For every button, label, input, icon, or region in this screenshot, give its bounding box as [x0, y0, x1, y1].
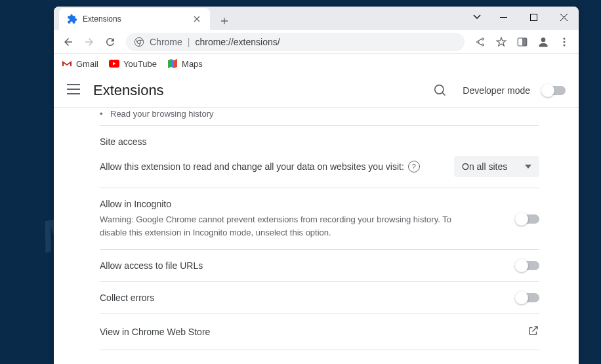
back-button[interactable] [59, 33, 77, 51]
new-tab-button[interactable] [215, 12, 234, 30]
tab-title: Extensions [83, 14, 186, 24]
web-store-section[interactable]: View in Chrome Web Store [100, 313, 539, 350]
forward-button[interactable] [80, 33, 98, 51]
source-label: Source [100, 361, 539, 361]
open-external-icon[interactable] [528, 325, 539, 339]
developer-mode-toggle[interactable] [543, 86, 566, 95]
content-area[interactable]: Read your browsing history Site access A… [54, 108, 579, 361]
bookmark-maps[interactable]: Maps [167, 58, 203, 69]
star-icon[interactable] [492, 33, 510, 51]
address-separator: | [188, 37, 190, 47]
menu-icon[interactable] [555, 33, 573, 51]
developer-mode-label: Developer mode [463, 85, 530, 96]
browser-window: Extensions [54, 7, 579, 364]
address-prefix: Chrome [150, 37, 182, 47]
section-heading: Site access [100, 136, 539, 147]
address-bar[interactable]: Chrome | chrome://extensions/ [126, 33, 465, 51]
tab-search-icon[interactable] [466, 7, 488, 28]
bookmark-youtube[interactable]: YouTube [109, 58, 157, 69]
incognito-title: Allow in Incognito [100, 199, 480, 209]
minimize-button[interactable] [488, 7, 518, 28]
svg-point-6 [541, 37, 546, 42]
close-tab-icon[interactable] [192, 14, 202, 24]
window-controls [466, 7, 579, 28]
bookmark-label: Gmail [76, 59, 98, 69]
extensions-header: Extensions Developer mode [54, 73, 579, 108]
youtube-icon [109, 58, 119, 69]
chevron-down-icon [525, 165, 531, 169]
file-urls-section: Allow access to file URLs [100, 249, 539, 281]
title-bar: Extensions [54, 7, 579, 30]
browser-tab[interactable]: Extensions [59, 8, 210, 30]
file-urls-toggle[interactable] [517, 261, 539, 270]
svg-rect-1 [530, 14, 537, 20]
dropdown-value: On all sites [462, 161, 507, 172]
svg-rect-5 [522, 38, 527, 46]
gmail-icon [62, 58, 72, 69]
bookmark-label: YouTube [123, 59, 157, 69]
web-store-label: View in Chrome Web Store [100, 327, 210, 337]
side-panel-icon[interactable] [513, 33, 531, 51]
svg-point-7 [564, 37, 566, 39]
chrome-icon [134, 37, 144, 47]
bookmark-label: Maps [182, 59, 203, 69]
toolbar: Chrome | chrome://extensions/ [54, 30, 579, 54]
collect-errors-toggle[interactable] [517, 293, 539, 302]
maps-icon [167, 58, 178, 69]
permission-item: Read your browsing history [100, 108, 539, 125]
source-section: Source [100, 350, 539, 361]
allow-extension-label: Allow this extension to read and change … [100, 161, 420, 172]
site-access-dropdown[interactable]: On all sites [454, 156, 539, 177]
bookmarks-bar: Gmail YouTube Maps [54, 54, 579, 73]
file-urls-label: Allow access to file URLs [100, 260, 203, 271]
bookmark-gmail[interactable]: Gmail [62, 58, 98, 69]
hamburger-icon[interactable] [67, 84, 80, 97]
profile-icon[interactable] [534, 33, 552, 51]
incognito-toggle[interactable] [517, 214, 539, 224]
extension-icon [67, 14, 77, 24]
search-icon[interactable] [431, 81, 449, 100]
svg-point-8 [564, 41, 566, 43]
site-access-section: Site access Allow this extension to read… [100, 125, 539, 188]
svg-point-9 [564, 44, 566, 46]
address-path: chrome://extensions/ [195, 37, 280, 47]
svg-rect-0 [500, 17, 507, 18]
collect-errors-label: Collect errors [100, 293, 154, 303]
help-icon[interactable]: ? [408, 161, 420, 172]
close-button[interactable] [549, 7, 579, 28]
reload-button[interactable] [101, 33, 119, 51]
collect-errors-section: Collect errors [100, 281, 539, 313]
share-icon[interactable] [471, 33, 489, 51]
maximize-button[interactable] [518, 7, 549, 28]
incognito-section: Allow in Incognito Warning: Google Chrom… [100, 188, 539, 249]
incognito-desc: Warning: Google Chrome cannot prevent ex… [100, 213, 480, 239]
page-title: Extensions [93, 82, 164, 99]
